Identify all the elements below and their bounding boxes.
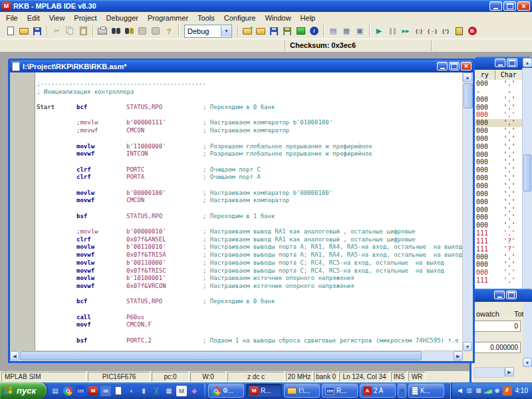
code-line[interactable] <box>37 135 463 143</box>
code-line[interactable] <box>37 306 463 314</box>
memory-row[interactable]: 111'?' <box>475 245 523 253</box>
taskbtn-app155[interactable]: 155R... <box>322 384 358 398</box>
about-icon[interactable]: i <box>308 25 320 37</box>
code-line[interactable]: movwf0x07f&VRCON; Настраиваем источник о… <box>37 283 463 291</box>
bookmark-prev-icon[interactable] <box>136 25 148 37</box>
taskbtn-explorer[interactable]: I:\... <box>284 384 320 398</box>
stopwatch-maximize-button[interactable] <box>506 291 517 299</box>
editor-hscrollbar[interactable] <box>10 350 463 361</box>
taskbtn-notepad[interactable]: K... <box>408 384 444 398</box>
animate-icon[interactable]: ▶▶ <box>400 25 412 37</box>
verify-target-icon[interactable]: ▣ <box>354 25 366 37</box>
code-line[interactable]: callP60us <box>37 314 463 322</box>
menu-view[interactable]: View <box>45 13 70 23</box>
stopwatch-scroll-down-button[interactable] <box>523 358 532 367</box>
code-line[interactable]: movlwb'11000000'; Разрешаем глобальное п… <box>37 143 463 151</box>
memory-minimize-button[interactable] <box>495 59 505 67</box>
menu-debugger[interactable]: Debugger <box>102 13 143 23</box>
start-button[interactable]: пуск <box>0 382 47 399</box>
editor-vscroll-thumb[interactable] <box>464 83 473 108</box>
code-line[interactable] <box>37 112 463 120</box>
menu-tools[interactable]: Tools <box>193 13 219 23</box>
code-line[interactable] <box>37 329 463 337</box>
media-app-icon[interactable]: ◆ <box>189 386 200 396</box>
memory-scrollbar[interactable] <box>522 68 532 289</box>
step-over-icon[interactable]: {→} <box>426 25 438 37</box>
stopwatch-scroll-right-button[interactable] <box>505 367 514 376</box>
chrome-icon[interactable] <box>63 386 73 396</box>
memory-row[interactable]: 000'.' <box>475 182 523 190</box>
tray-expand-icon[interactable]: ◀ <box>456 386 464 396</box>
memory-scroll-up-button[interactable] <box>523 58 532 67</box>
mouse-icon[interactable]: ◖ <box>126 386 136 396</box>
code-line[interactable] <box>37 182 463 190</box>
cut-icon[interactable]: ✂ <box>51 25 63 37</box>
stopwatch-vscroll-track[interactable] <box>523 302 532 358</box>
memory-row[interactable]: 000'.' <box>475 221 523 229</box>
editor-vscrollbar[interactable] <box>462 72 473 351</box>
memory-row[interactable]: 111'.' <box>475 229 523 237</box>
tray-volume-icon[interactable]: ◉ <box>493 386 501 396</box>
code-line[interactable]: movwfINTCON; Разрешаем глобальное прерыв… <box>37 150 463 158</box>
find-in-files-icon[interactable] <box>123 25 135 37</box>
code-line[interactable] <box>37 220 463 228</box>
program-target-icon[interactable]: ▤ <box>327 25 339 37</box>
memory-row[interactable]: -- <box>475 88 523 96</box>
taskbtn-browser[interactable]: Ф... <box>208 384 244 398</box>
menu-project[interactable]: Project <box>69 13 101 23</box>
code-line[interactable]: bsfPORTC,2; Подаем 1 на выводы сброса сд… <box>37 337 463 345</box>
memory-row[interactable]: 111'?' <box>475 237 523 245</box>
tray-display-icon[interactable]: ▥ <box>466 386 473 396</box>
code-line[interactable]: ; Инициализация контроллера <box>37 88 463 96</box>
minimize-button[interactable] <box>489 1 502 11</box>
find-icon[interactable] <box>110 25 122 37</box>
code-line[interactable] <box>37 291 463 299</box>
editor-scroll-down-button[interactable] <box>463 342 472 351</box>
code-line[interactable] <box>37 205 463 213</box>
code-line[interactable]: movfCMCON,F <box>37 321 463 329</box>
memory-row[interactable]: 000'.' <box>475 253 523 261</box>
breakpoint-icon[interactable]: B <box>466 25 478 37</box>
memory-scrollbar-thumb[interactable] <box>523 154 531 192</box>
tray-printer-icon[interactable]: ▦ <box>475 386 483 396</box>
editor-scroll-left-button[interactable] <box>10 351 19 360</box>
editor-close-button[interactable] <box>461 62 471 70</box>
memory-row[interactable]: 000'.' <box>475 80 523 88</box>
memory-row[interactable]: 000'.' <box>475 261 523 269</box>
step-into-icon[interactable]: {↓} <box>413 25 425 37</box>
stopwatch-hscroll-track[interactable] <box>474 367 505 378</box>
reset-icon[interactable] <box>453 25 465 37</box>
memory-row[interactable]: 000'.' <box>475 104 523 112</box>
dropdown-arrow-icon[interactable] <box>221 26 231 37</box>
save-file-icon[interactable] <box>31 25 43 37</box>
code-line[interactable]: movwf0x07f&TRISA; Настраиваем выводы пор… <box>37 251 463 259</box>
open-file-icon[interactable] <box>18 25 30 37</box>
halt-icon[interactable] <box>386 25 398 37</box>
paste-icon[interactable] <box>77 25 89 37</box>
build-icon[interactable] <box>295 25 307 37</box>
code-line[interactable] <box>37 158 463 166</box>
editor-maximize-button[interactable] <box>449 62 460 70</box>
bookmark-next-icon[interactable] <box>150 25 162 37</box>
code-area[interactable]: ;---------------------------------------… <box>35 72 463 351</box>
menu-programmer[interactable]: Programmer <box>143 13 193 23</box>
code-line[interactable]: bcfSTATUS,RPO; Переходим в 0 банк <box>37 298 463 306</box>
taskbtn-acrobat[interactable]: A2 A <box>360 384 396 398</box>
print-icon[interactable] <box>96 25 108 37</box>
code-line[interactable]: ;---------------------------------------… <box>37 80 463 88</box>
menu-help[interactable]: Help <box>296 13 321 23</box>
memory-row[interactable]: 000'.' <box>475 190 523 198</box>
code-line[interactable]: clrfPORTC; Очищаем порт C <box>37 166 463 174</box>
memory-row[interactable]: 000'.' <box>475 174 523 182</box>
memory-row[interactable]: 000'.' <box>475 135 523 143</box>
editor-hscroll-thumb[interactable] <box>20 351 422 360</box>
memory-row[interactable]: 000'.' <box>475 206 523 214</box>
memory-row[interactable]: 000'.' <box>475 111 523 119</box>
menu-file[interactable]: File <box>1 13 23 23</box>
code-line[interactable]: ;movwfCMCON; Настраиваем компаратор <box>37 127 463 135</box>
taskbtn-mplab[interactable]: MR... <box>246 384 282 398</box>
stopwatch-minimize-button[interactable] <box>494 291 505 299</box>
editor-scroll-right-button[interactable] <box>454 351 463 360</box>
memory-row[interactable]: 000'.' <box>475 127 523 135</box>
editor-minimize-button[interactable] <box>437 62 448 70</box>
